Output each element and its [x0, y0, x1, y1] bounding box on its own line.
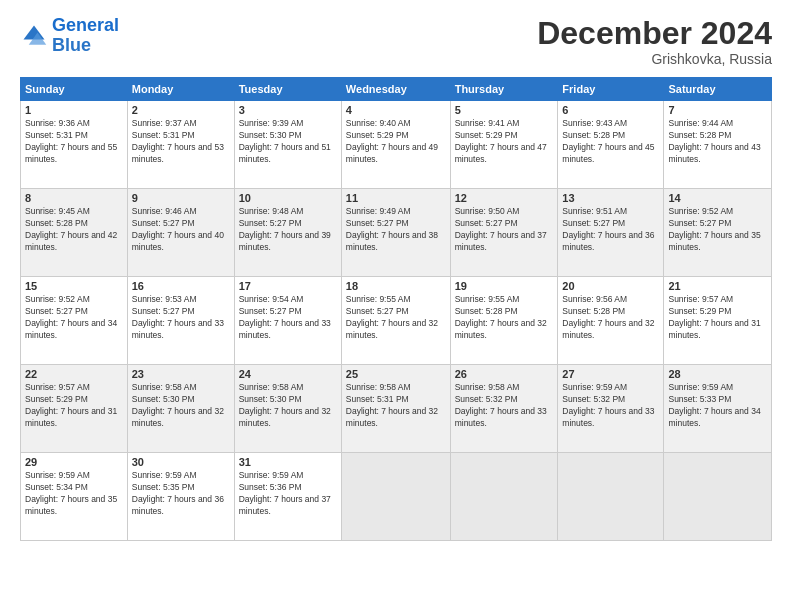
table-row: 25 Sunrise: 9:58 AM Sunset: 5:31 PM Dayl…: [341, 365, 450, 453]
day-info: Sunrise: 9:39 AM Sunset: 5:30 PM Dayligh…: [239, 118, 337, 166]
col-wednesday: Wednesday: [341, 78, 450, 101]
day-info: Sunrise: 9:58 AM Sunset: 5:31 PM Dayligh…: [346, 382, 446, 430]
day-info: Sunrise: 9:52 AM Sunset: 5:27 PM Dayligh…: [25, 294, 123, 342]
logo: General Blue: [20, 16, 119, 56]
day-number: 3: [239, 104, 337, 116]
day-info: Sunrise: 9:59 AM Sunset: 5:36 PM Dayligh…: [239, 470, 337, 518]
day-info: Sunrise: 9:59 AM Sunset: 5:33 PM Dayligh…: [668, 382, 767, 430]
day-number: 29: [25, 456, 123, 468]
table-row: 4 Sunrise: 9:40 AM Sunset: 5:29 PM Dayli…: [341, 101, 450, 189]
calendar-week-row: 29 Sunrise: 9:59 AM Sunset: 5:34 PM Dayl…: [21, 453, 772, 541]
col-tuesday: Tuesday: [234, 78, 341, 101]
day-number: 13: [562, 192, 659, 204]
logo-icon: [20, 22, 48, 50]
day-number: 4: [346, 104, 446, 116]
day-info: Sunrise: 9:48 AM Sunset: 5:27 PM Dayligh…: [239, 206, 337, 254]
day-number: 16: [132, 280, 230, 292]
day-number: 25: [346, 368, 446, 380]
col-sunday: Sunday: [21, 78, 128, 101]
table-row: 8 Sunrise: 9:45 AM Sunset: 5:28 PM Dayli…: [21, 189, 128, 277]
day-number: 6: [562, 104, 659, 116]
table-row: 5 Sunrise: 9:41 AM Sunset: 5:29 PM Dayli…: [450, 101, 558, 189]
calendar-week-row: 1 Sunrise: 9:36 AM Sunset: 5:31 PM Dayli…: [21, 101, 772, 189]
table-row: [664, 453, 772, 541]
day-number: 17: [239, 280, 337, 292]
table-row: 18 Sunrise: 9:55 AM Sunset: 5:27 PM Dayl…: [341, 277, 450, 365]
day-number: 9: [132, 192, 230, 204]
day-number: 24: [239, 368, 337, 380]
day-number: 22: [25, 368, 123, 380]
day-number: 2: [132, 104, 230, 116]
table-row: 21 Sunrise: 9:57 AM Sunset: 5:29 PM Dayl…: [664, 277, 772, 365]
table-row: [450, 453, 558, 541]
day-info: Sunrise: 9:50 AM Sunset: 5:27 PM Dayligh…: [455, 206, 554, 254]
day-info: Sunrise: 9:41 AM Sunset: 5:29 PM Dayligh…: [455, 118, 554, 166]
day-info: Sunrise: 9:57 AM Sunset: 5:29 PM Dayligh…: [668, 294, 767, 342]
day-info: Sunrise: 9:53 AM Sunset: 5:27 PM Dayligh…: [132, 294, 230, 342]
table-row: 26 Sunrise: 9:58 AM Sunset: 5:32 PM Dayl…: [450, 365, 558, 453]
table-row: 30 Sunrise: 9:59 AM Sunset: 5:35 PM Dayl…: [127, 453, 234, 541]
title-block: December 2024 Grishkovka, Russia: [537, 16, 772, 67]
table-row: 7 Sunrise: 9:44 AM Sunset: 5:28 PM Dayli…: [664, 101, 772, 189]
table-row: 10 Sunrise: 9:48 AM Sunset: 5:27 PM Dayl…: [234, 189, 341, 277]
day-number: 5: [455, 104, 554, 116]
day-number: 30: [132, 456, 230, 468]
day-info: Sunrise: 9:59 AM Sunset: 5:34 PM Dayligh…: [25, 470, 123, 518]
day-info: Sunrise: 9:56 AM Sunset: 5:28 PM Dayligh…: [562, 294, 659, 342]
day-info: Sunrise: 9:55 AM Sunset: 5:28 PM Dayligh…: [455, 294, 554, 342]
month-title: December 2024: [537, 16, 772, 51]
table-row: 1 Sunrise: 9:36 AM Sunset: 5:31 PM Dayli…: [21, 101, 128, 189]
table-row: 12 Sunrise: 9:50 AM Sunset: 5:27 PM Dayl…: [450, 189, 558, 277]
day-info: Sunrise: 9:55 AM Sunset: 5:27 PM Dayligh…: [346, 294, 446, 342]
day-info: Sunrise: 9:46 AM Sunset: 5:27 PM Dayligh…: [132, 206, 230, 254]
table-row: 31 Sunrise: 9:59 AM Sunset: 5:36 PM Dayl…: [234, 453, 341, 541]
table-row: [341, 453, 450, 541]
table-row: [558, 453, 664, 541]
table-row: 6 Sunrise: 9:43 AM Sunset: 5:28 PM Dayli…: [558, 101, 664, 189]
table-row: 14 Sunrise: 9:52 AM Sunset: 5:27 PM Dayl…: [664, 189, 772, 277]
day-number: 19: [455, 280, 554, 292]
table-row: 2 Sunrise: 9:37 AM Sunset: 5:31 PM Dayli…: [127, 101, 234, 189]
day-info: Sunrise: 9:52 AM Sunset: 5:27 PM Dayligh…: [668, 206, 767, 254]
location: Grishkovka, Russia: [537, 51, 772, 67]
day-info: Sunrise: 9:58 AM Sunset: 5:32 PM Dayligh…: [455, 382, 554, 430]
table-row: 9 Sunrise: 9:46 AM Sunset: 5:27 PM Dayli…: [127, 189, 234, 277]
col-thursday: Thursday: [450, 78, 558, 101]
day-info: Sunrise: 9:43 AM Sunset: 5:28 PM Dayligh…: [562, 118, 659, 166]
table-row: 27 Sunrise: 9:59 AM Sunset: 5:32 PM Dayl…: [558, 365, 664, 453]
page: General Blue December 2024 Grishkovka, R…: [0, 0, 792, 612]
day-number: 27: [562, 368, 659, 380]
day-number: 23: [132, 368, 230, 380]
day-number: 20: [562, 280, 659, 292]
logo-general: General: [52, 15, 119, 35]
calendar-table: Sunday Monday Tuesday Wednesday Thursday…: [20, 77, 772, 541]
day-info: Sunrise: 9:49 AM Sunset: 5:27 PM Dayligh…: [346, 206, 446, 254]
day-info: Sunrise: 9:58 AM Sunset: 5:30 PM Dayligh…: [239, 382, 337, 430]
table-row: 29 Sunrise: 9:59 AM Sunset: 5:34 PM Dayl…: [21, 453, 128, 541]
table-row: 11 Sunrise: 9:49 AM Sunset: 5:27 PM Dayl…: [341, 189, 450, 277]
day-number: 12: [455, 192, 554, 204]
table-row: 20 Sunrise: 9:56 AM Sunset: 5:28 PM Dayl…: [558, 277, 664, 365]
day-number: 15: [25, 280, 123, 292]
day-info: Sunrise: 9:59 AM Sunset: 5:35 PM Dayligh…: [132, 470, 230, 518]
table-row: 19 Sunrise: 9:55 AM Sunset: 5:28 PM Dayl…: [450, 277, 558, 365]
day-info: Sunrise: 9:57 AM Sunset: 5:29 PM Dayligh…: [25, 382, 123, 430]
day-info: Sunrise: 9:44 AM Sunset: 5:28 PM Dayligh…: [668, 118, 767, 166]
day-info: Sunrise: 9:40 AM Sunset: 5:29 PM Dayligh…: [346, 118, 446, 166]
table-row: 15 Sunrise: 9:52 AM Sunset: 5:27 PM Dayl…: [21, 277, 128, 365]
table-row: 16 Sunrise: 9:53 AM Sunset: 5:27 PM Dayl…: [127, 277, 234, 365]
day-number: 10: [239, 192, 337, 204]
col-saturday: Saturday: [664, 78, 772, 101]
day-number: 14: [668, 192, 767, 204]
logo-text: General Blue: [52, 16, 119, 56]
calendar-header-row: Sunday Monday Tuesday Wednesday Thursday…: [21, 78, 772, 101]
calendar-week-row: 8 Sunrise: 9:45 AM Sunset: 5:28 PM Dayli…: [21, 189, 772, 277]
col-friday: Friday: [558, 78, 664, 101]
day-number: 11: [346, 192, 446, 204]
day-info: Sunrise: 9:54 AM Sunset: 5:27 PM Dayligh…: [239, 294, 337, 342]
table-row: 17 Sunrise: 9:54 AM Sunset: 5:27 PM Dayl…: [234, 277, 341, 365]
table-row: 3 Sunrise: 9:39 AM Sunset: 5:30 PM Dayli…: [234, 101, 341, 189]
table-row: 23 Sunrise: 9:58 AM Sunset: 5:30 PM Dayl…: [127, 365, 234, 453]
col-monday: Monday: [127, 78, 234, 101]
day-number: 8: [25, 192, 123, 204]
